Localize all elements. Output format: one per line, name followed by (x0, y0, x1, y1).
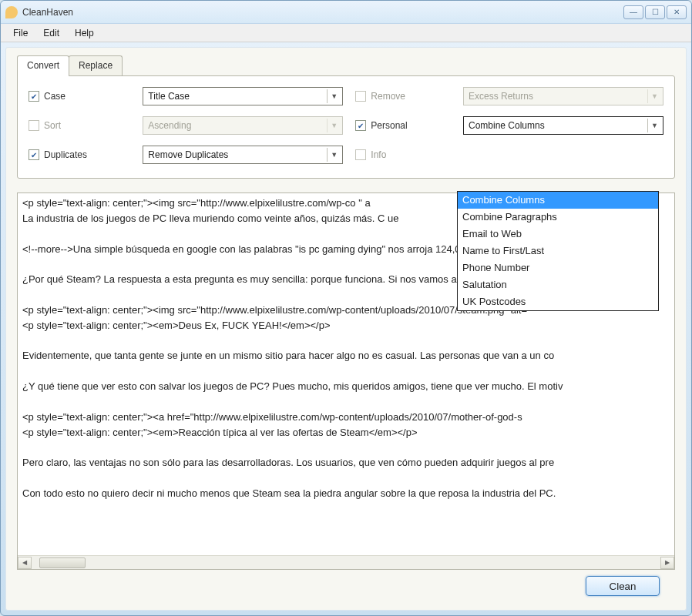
remove-select: Excess Returns ▼ (463, 87, 663, 105)
menubar: File Edit Help (1, 24, 691, 42)
info-check[interactable]: Info (355, 149, 451, 160)
chevron-down-icon: ▼ (327, 89, 341, 103)
text-line: Evidentemente, que tanta gente se junte … (22, 349, 670, 363)
checkbox-icon (355, 91, 366, 102)
menu-help[interactable]: Help (69, 26, 100, 40)
horizontal-scrollbar[interactable]: ◀ ▶ (18, 555, 674, 569)
case-select-value: Title Case (148, 91, 190, 102)
titlebar: CleanHaven — ☐ ✕ (1, 1, 691, 24)
maximize-button[interactable]: ☐ (645, 5, 665, 19)
tab-replace[interactable]: Replace (69, 55, 123, 75)
scroll-left-button[interactable]: ◀ (18, 557, 32, 569)
text-line (22, 441, 670, 456)
dropdown-item[interactable]: Name to First/Last (458, 243, 658, 259)
text-line: ¿Y qué tiene que ver esto con salvar los… (22, 380, 670, 394)
chevron-down-icon: ▼ (327, 148, 341, 162)
personal-select-value: Combine Columns (469, 120, 545, 131)
scroll-thumb[interactable] (39, 557, 86, 568)
text-line: <p style="text-align: center;"><em>Deus … (22, 319, 670, 333)
text-line: <p style="text-align: center;"><em>Reacc… (22, 426, 670, 440)
dropdown-item[interactable]: Combine Paragraphs (458, 209, 658, 226)
duplicates-select-value: Remove Duplicates (148, 149, 228, 160)
checkbox-icon: ✔ (29, 91, 39, 102)
text-line: Pero claro, las ventajas no son sólo par… (22, 456, 670, 470)
duplicates-select[interactable]: Remove Duplicates ▼ (143, 146, 343, 164)
personal-select[interactable]: Combine Columns ▼ (463, 116, 663, 135)
sort-check[interactable]: Sort (29, 120, 130, 131)
chevron-down-icon: ▼ (327, 119, 341, 132)
dropdown-item[interactable]: UK Postcodes (458, 293, 658, 310)
case-label: Case (44, 91, 66, 102)
text-line: Con todo esto no quiero decir ni mucho m… (22, 487, 670, 501)
text-line (22, 471, 670, 486)
case-select[interactable]: Title Case ▼ (143, 87, 343, 105)
personal-check[interactable]: ✔ Personal (355, 120, 451, 131)
close-button[interactable]: ✕ (667, 5, 687, 19)
sort-select: Ascending ▼ (143, 116, 343, 135)
tabstrip: Convert Replace (17, 55, 675, 75)
dropdown-item[interactable]: Combine Columns (458, 192, 658, 209)
sort-label: Sort (44, 120, 61, 131)
duplicates-check[interactable]: ✔ Duplicates (29, 149, 130, 160)
scroll-right-button[interactable]: ▶ (660, 557, 674, 569)
scroll-track[interactable] (32, 557, 660, 569)
text-line (22, 395, 670, 410)
tab-panel-convert: ✔ Case Title Case ▼ Remove Excess Return… (17, 75, 675, 179)
info-label: Info (371, 149, 386, 160)
personal-label: Personal (371, 120, 407, 131)
text-line (22, 334, 670, 349)
chevron-down-icon: ▼ (647, 119, 661, 132)
window-controls: — ☐ ✕ (623, 5, 687, 19)
window-title: CleanHaven (22, 7, 73, 18)
menu-file[interactable]: File (7, 26, 34, 40)
tab-convert[interactable]: Convert (17, 55, 69, 76)
checkbox-icon (29, 120, 39, 131)
remove-select-value: Excess Returns (469, 91, 533, 102)
app-icon (5, 6, 18, 18)
checkbox-icon: ✔ (29, 149, 39, 160)
app-window: CleanHaven — ☐ ✕ File Edit Help Convert … (0, 0, 692, 616)
client-area: Convert Replace ✔ Case Title Case ▼ Re (5, 47, 687, 611)
remove-check[interactable]: Remove (355, 91, 451, 102)
clean-button[interactable]: Clean (586, 576, 660, 596)
personal-dropdown[interactable]: Combine Columns Combine Paragraphs Email… (457, 191, 659, 311)
dropdown-item[interactable]: Phone Number (458, 259, 658, 276)
dropdown-item[interactable]: Email to Web (458, 226, 658, 243)
remove-label: Remove (371, 91, 405, 102)
text-line (22, 364, 670, 379)
checkbox-icon: ✔ (355, 120, 366, 131)
case-check[interactable]: ✔ Case (29, 91, 130, 102)
menu-edit[interactable]: Edit (37, 26, 66, 40)
tabs-container: Convert Replace ✔ Case Title Case ▼ Re (17, 55, 675, 179)
text-line: <p style="text-align: center;"><a href="… (22, 410, 670, 425)
duplicates-label: Duplicates (44, 149, 87, 160)
checkbox-icon (355, 149, 366, 160)
sort-select-value: Ascending (148, 120, 191, 131)
chevron-down-icon: ▼ (647, 89, 661, 103)
footer: Clean (17, 570, 675, 602)
dropdown-item[interactable]: Salutation (458, 276, 658, 293)
minimize-button[interactable]: — (623, 5, 643, 19)
